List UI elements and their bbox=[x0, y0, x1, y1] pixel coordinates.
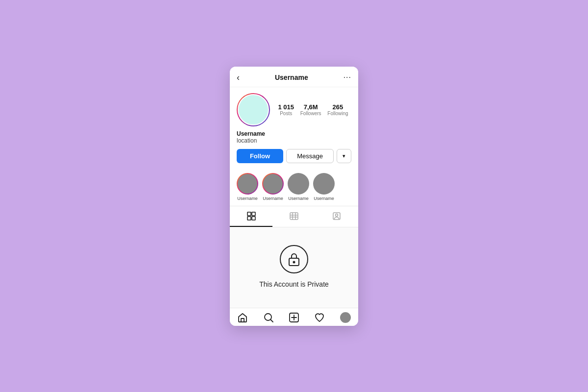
svg-rect-4 bbox=[290, 213, 298, 220]
story-label: Username bbox=[263, 196, 283, 201]
story-avatar bbox=[262, 173, 284, 195]
story-item[interactable]: Username bbox=[262, 173, 284, 201]
lock-icon bbox=[288, 252, 300, 267]
avatar bbox=[238, 94, 269, 125]
private-account-text: This Account is Private bbox=[259, 280, 329, 288]
nav-profile-avatar bbox=[340, 312, 351, 323]
follow-button[interactable]: Follow bbox=[237, 149, 283, 163]
tab-grid[interactable] bbox=[230, 206, 272, 227]
tagged-icon bbox=[332, 211, 342, 221]
followers-label: Followers bbox=[300, 111, 321, 116]
nav-home[interactable] bbox=[230, 312, 255, 323]
home-icon bbox=[237, 312, 248, 323]
more-options-button[interactable]: ··· bbox=[343, 73, 351, 82]
add-icon bbox=[289, 312, 299, 323]
search-icon bbox=[263, 312, 274, 323]
message-button[interactable]: Message bbox=[286, 149, 334, 163]
svg-point-6 bbox=[336, 214, 338, 216]
profile-section: 1 015 Posts 7,6M Followers 265 Following… bbox=[230, 87, 358, 169]
profile-location: location bbox=[237, 137, 351, 144]
nav-search[interactable] bbox=[255, 312, 281, 323]
svg-rect-1 bbox=[252, 212, 255, 216]
story-label: Username bbox=[237, 196, 258, 201]
private-section: This Account is Private bbox=[230, 227, 358, 308]
nav-heart[interactable] bbox=[307, 312, 332, 323]
nav-profile[interactable] bbox=[333, 312, 358, 323]
posts-count: 1 015 bbox=[278, 103, 294, 111]
lock-circle bbox=[280, 245, 308, 273]
profile-name: Username bbox=[237, 130, 351, 137]
header-username: Username bbox=[275, 74, 308, 81]
story-item[interactable]: Username bbox=[237, 173, 258, 201]
following-stat[interactable]: 265 Following bbox=[327, 103, 348, 116]
posts-label: Posts bbox=[280, 111, 292, 116]
app-header: ‹ Username ··· bbox=[230, 67, 358, 87]
followers-stat[interactable]: 7,6M Followers bbox=[300, 103, 321, 116]
svg-line-11 bbox=[270, 319, 273, 322]
svg-rect-9 bbox=[241, 318, 244, 322]
story-avatar bbox=[237, 173, 258, 195]
story-label: Username bbox=[314, 196, 334, 201]
story-item[interactable]: Username bbox=[313, 173, 335, 201]
posts-stat: 1 015 Posts bbox=[278, 103, 294, 116]
svg-point-8 bbox=[294, 261, 295, 263]
phone-frame: ‹ Username ··· 1 015 Posts 7,6M Follower… bbox=[230, 67, 358, 326]
story-item[interactable]: Username bbox=[288, 173, 309, 201]
story-label: Username bbox=[288, 196, 309, 201]
back-button[interactable]: ‹ bbox=[237, 73, 240, 83]
story-avatar bbox=[288, 173, 309, 195]
svg-rect-3 bbox=[252, 217, 255, 220]
heart-icon bbox=[314, 312, 325, 323]
followers-count: 7,6M bbox=[304, 103, 318, 111]
tab-reels[interactable] bbox=[272, 206, 315, 227]
svg-rect-0 bbox=[247, 212, 251, 216]
bottom-nav bbox=[230, 308, 358, 326]
reels-icon bbox=[289, 211, 299, 221]
dropdown-button[interactable]: ▾ bbox=[337, 149, 351, 163]
following-label: Following bbox=[327, 111, 348, 116]
tabs-row bbox=[230, 206, 358, 227]
svg-rect-2 bbox=[247, 217, 251, 220]
profile-top-row: 1 015 Posts 7,6M Followers 265 Following bbox=[237, 93, 351, 126]
tab-tagged[interactable] bbox=[316, 206, 358, 227]
story-avatar bbox=[313, 173, 335, 195]
following-count: 265 bbox=[333, 103, 343, 111]
stats-row: 1 015 Posts 7,6M Followers 265 Following bbox=[275, 103, 351, 116]
action-buttons-row: Follow Message ▾ bbox=[237, 149, 351, 163]
grid-icon bbox=[246, 211, 256, 221]
stories-row: Username Username Username Username bbox=[230, 169, 358, 206]
avatar-ring bbox=[237, 93, 270, 126]
nav-add[interactable] bbox=[281, 312, 307, 323]
